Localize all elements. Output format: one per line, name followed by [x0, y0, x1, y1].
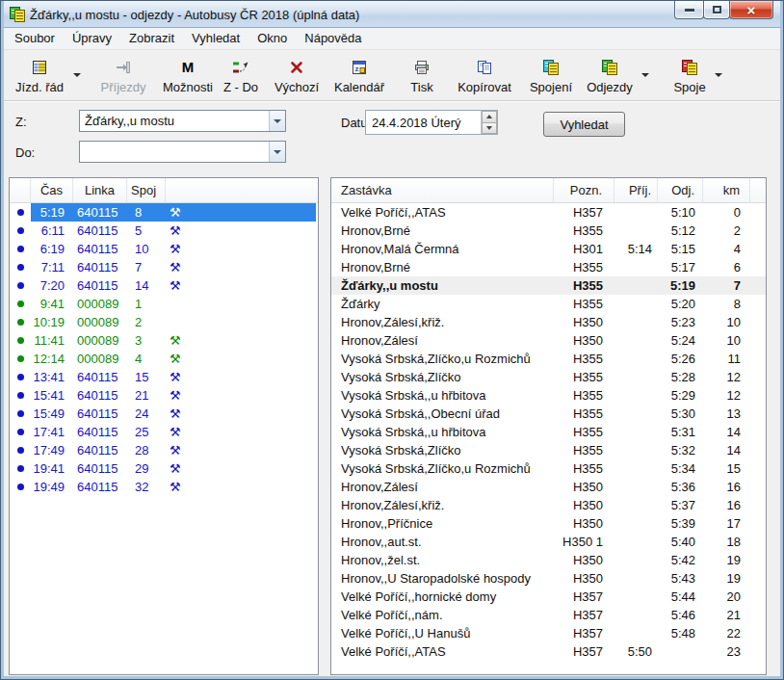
bullet-icon — [17, 465, 24, 472]
default-button[interactable]: Výchozí — [268, 52, 326, 98]
stop-row[interactable]: Žďárky,,u mostu H355 5:19 7 — [331, 276, 766, 295]
line-number: 640115 — [73, 205, 127, 220]
header-zastavka[interactable]: Zastávka — [331, 178, 554, 202]
titlebar[interactable]: Žďárky,,u mostu - odjezdy - Autobusy ČR … — [1, 1, 783, 28]
line-number: 000089 — [73, 333, 127, 348]
stop-row[interactable]: Hronov,Brné H355 5:12 2 — [331, 222, 766, 240]
menu-zobrazit[interactable]: Zobrazit — [120, 28, 183, 49]
stop-row[interactable]: Vysoká Srbská,,Obecní úřad H355 5:30 13 — [331, 405, 766, 423]
header-linka[interactable]: Linka — [73, 178, 127, 202]
copy-icon — [476, 60, 493, 75]
header-spoj[interactable]: Spoj — [127, 178, 166, 202]
km-value: 22 — [703, 626, 750, 641]
options-button[interactable]: M Možnosti — [160, 52, 216, 98]
km-value: 16 — [703, 480, 750, 494]
calendar-button[interactable]: z Kalendář — [329, 52, 389, 98]
stop-note: H355 — [554, 461, 614, 476]
menu-napoveda[interactable]: Nápověda — [296, 28, 370, 49]
departure-row[interactable]: 19:49 640115 32 ⚒ — [10, 478, 318, 496]
date-spin-up-button[interactable] — [482, 111, 497, 123]
departure-row[interactable]: 17:49 640115 28 ⚒ — [10, 441, 318, 459]
departure-row[interactable]: 6:19 640115 10 ⚒ — [10, 240, 318, 258]
stop-row[interactable]: Vysoká Srbská,,u hřbitova H355 5:29 12 — [331, 386, 766, 405]
menu-upravy[interactable]: Úpravy — [64, 28, 120, 49]
departures-button[interactable]: Odjezdy — [582, 52, 638, 98]
menu-vyhledat[interactable]: Vyhledat — [183, 28, 248, 49]
connections-button[interactable]: Spojení — [524, 52, 578, 98]
header-bullet-column[interactable] — [10, 178, 31, 202]
departure-time: 5:32 — [658, 443, 703, 458]
departure-row[interactable]: 17:41 640115 25 ⚒ — [10, 423, 318, 441]
print-button[interactable]: Tisk — [403, 52, 441, 98]
header-filler — [750, 178, 766, 202]
close-button[interactable]: × — [729, 1, 773, 19]
departure-time: 5:31 — [658, 425, 703, 439]
departure-row[interactable]: 15:49 640115 24 ⚒ — [10, 405, 318, 423]
to-combobox[interactable] — [79, 141, 286, 163]
date-field[interactable]: 24.4.2018 Úterý — [365, 110, 498, 135]
timetable-dropdown[interactable] — [69, 52, 85, 98]
departure-row[interactable]: 9:41 000089 1 — [10, 295, 318, 313]
routes-button[interactable]: Spoje — [668, 52, 711, 98]
menu-okno[interactable]: Okno — [248, 28, 296, 49]
bullet-icon — [17, 209, 24, 216]
stop-row[interactable]: Velké Poříčí,,U Hanušů H357 5:48 22 — [331, 624, 766, 642]
departure-row[interactable]: 6:11 640115 5 ⚒ — [10, 222, 318, 240]
header-prij[interactable]: Příj. — [614, 178, 658, 202]
printer-icon — [413, 60, 431, 75]
workdays-hammers-icon: ⚒ — [166, 423, 316, 441]
stop-row[interactable]: Vysoká Srbská,Zlíčko,u Rozmichů H355 5:2… — [331, 350, 766, 368]
stop-row[interactable]: Velké Poříčí,,nám. H357 5:46 21 — [331, 606, 766, 624]
routes-dropdown[interactable] — [711, 52, 726, 98]
stop-row[interactable]: Hronov,Malá Čermná H301 5:14 5:15 4 — [331, 240, 766, 258]
stop-row[interactable]: Velké Poříčí,,ATAS H357 5:10 0 — [331, 203, 766, 222]
to-combo-open-button[interactable] — [269, 142, 285, 162]
stops-list-header: Zastávka Pozn. Příj. Odj. km — [331, 178, 766, 203]
stop-note: H350 — [554, 315, 614, 329]
stop-row[interactable]: Hronov,,žel.st. H350 5:42 19 — [331, 551, 766, 569]
from-combo-open-button[interactable] — [269, 111, 285, 131]
minimize-button[interactable] — [674, 1, 704, 19]
stop-row[interactable]: Hronov,Zálesí,křiž. H350 5:23 10 — [331, 313, 766, 331]
departure-row[interactable]: 5:19 640115 8 ⚒ — [10, 203, 318, 222]
menu-soubor[interactable]: Soubor — [6, 28, 64, 49]
stop-row[interactable]: Hronov,,U Staropadolské hospody H350 5:4… — [331, 569, 766, 588]
departure-row[interactable]: 7:20 640115 14 ⚒ — [10, 276, 318, 295]
stop-row[interactable]: Vysoká Srbská,Zlíčko H355 5:28 12 — [331, 368, 766, 386]
stop-row[interactable]: Velké Poříčí,,ATAS H357 5:50 23 — [331, 642, 766, 661]
stop-row[interactable]: Vysoká Srbská,,u hřbitova H355 5:31 14 — [331, 423, 766, 441]
departure-row[interactable]: 15:41 640115 21 ⚒ — [10, 386, 318, 405]
maximize-button[interactable] — [703, 1, 730, 19]
copy-button[interactable]: Kopírovat — [451, 52, 518, 98]
departure-row[interactable]: 13:41 640115 15 ⚒ — [10, 368, 318, 386]
header-pozn[interactable]: Pozn. — [554, 178, 614, 202]
stop-row[interactable]: Vysoká Srbská,Zlíčko H355 5:32 14 — [331, 441, 766, 459]
departure-time: 5:20 — [658, 297, 703, 311]
departure-row[interactable]: 11:41 000089 3 ⚒ — [10, 331, 318, 350]
departure-row[interactable]: 10:19 000089 2 — [10, 313, 318, 331]
stop-row[interactable]: Vysoká Srbská,Zlíčko,u Rozmichů H355 5:3… — [331, 459, 766, 478]
header-odj[interactable]: Odj. — [658, 178, 703, 202]
stop-row[interactable]: Hronov,Brné H355 5:17 6 — [331, 258, 766, 276]
departure-row[interactable]: 12:14 000089 4 ⚒ — [10, 350, 318, 368]
departures-dropdown[interactable] — [638, 52, 653, 98]
stop-row[interactable]: Hronov,,Příčnice H350 5:39 17 — [331, 514, 766, 533]
from-combobox[interactable]: Žďárky,,u mostu — [79, 110, 286, 132]
stop-row[interactable]: Hronov,Zálesí,křiž. H350 5:37 16 — [331, 496, 766, 514]
header-cas[interactable]: Čas — [31, 178, 73, 202]
timetable-button[interactable]: Jízd. řád — [10, 52, 69, 98]
departures-list[interactable]: Čas Linka Spoj 5:19 640115 8 ⚒ — [9, 177, 319, 675]
stop-row[interactable]: Hronov,Zálesí H350 5:24 10 — [331, 331, 766, 350]
from-to-button[interactable]: Z - Do — [220, 52, 262, 98]
stop-row[interactable]: Velké Poříčí,,hornické domy H357 5:44 20 — [331, 588, 766, 606]
departure-time: 5:19 — [658, 278, 703, 293]
departure-row[interactable]: 19:41 640115 29 ⚒ — [10, 459, 318, 478]
header-km[interactable]: km — [703, 178, 750, 202]
stop-row[interactable]: Hronov,,aut.st. H350 1 5:40 18 — [331, 533, 766, 551]
departure-row[interactable]: 7:11 640115 7 ⚒ — [10, 258, 318, 276]
stop-row[interactable]: Hronov,Zálesí H350 5:36 16 — [331, 478, 766, 496]
stops-list[interactable]: Zastávka Pozn. Příj. Odj. km Velké Poříč… — [330, 177, 767, 675]
stop-row[interactable]: Žďárky H355 5:20 8 — [331, 295, 766, 313]
date-spin-down-button[interactable] — [482, 123, 497, 135]
search-button[interactable]: Vyhledat — [543, 112, 625, 137]
